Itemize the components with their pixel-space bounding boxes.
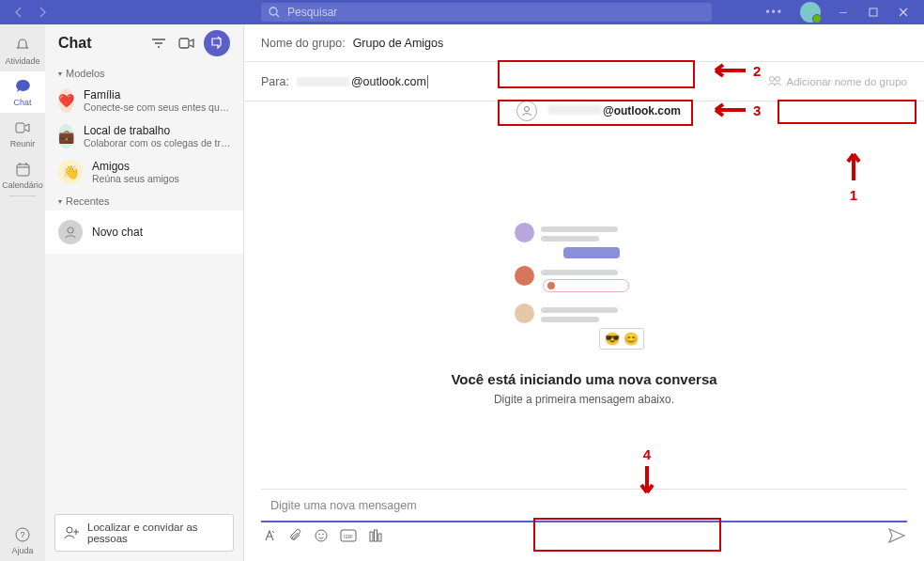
group-icon (768, 76, 781, 86)
search-box[interactable]: Pesquisar (261, 3, 712, 22)
contact-suggestion[interactable]: @outlook.com (516, 101, 681, 121)
rail-activity[interactable]: Atividade (0, 30, 45, 71)
group-name-row[interactable]: Nome do grupo: Grupo de Amigos (244, 24, 924, 62)
window-close-button[interactable] (888, 0, 918, 24)
invite-icon (65, 526, 80, 539)
person-icon (516, 101, 537, 121)
message-input[interactable]: Digite uma nova mensagem (261, 489, 907, 522)
format-icon[interactable] (263, 529, 276, 545)
send-button[interactable] (888, 528, 905, 546)
search-icon (269, 7, 280, 18)
gif-icon[interactable]: GIF (341, 530, 356, 544)
rail-help[interactable]: ? Ajuda (0, 520, 45, 561)
group-name-value: Grupo de Amigos (353, 37, 444, 50)
svg-rect-1 (870, 8, 877, 16)
empty-subtitle: Digite a primeira mensagem abaixo. (494, 393, 674, 406)
svg-point-11 (525, 107, 530, 112)
chat-list-panel: Chat ▾Modelos ❤️ FamíliaConecte-se com s… (45, 24, 244, 561)
nav-back-button[interactable] (6, 3, 30, 22)
rail-meet[interactable]: Reunir (0, 113, 45, 154)
svg-rect-3 (17, 164, 29, 176)
svg-point-9 (769, 77, 774, 82)
empty-state: 😎 😊 Você está iniciando uma nova convers… (244, 101, 924, 489)
section-models[interactable]: ▾Modelos (45, 62, 243, 83)
svg-point-10 (775, 77, 779, 82)
chat-list-item-new[interactable]: Novo chat (45, 210, 243, 254)
window-minimize-button[interactable]: ─ (828, 0, 858, 24)
suggestion-email: @outlook.com (603, 104, 681, 117)
template-family[interactable]: ❤️ FamíliaConecte-se com seus entes quer… (45, 83, 243, 118)
panel-title: Chat (58, 35, 92, 52)
conversation-area: Nome do grupo: Grupo de Amigos Para: @ou… (244, 24, 924, 561)
redacted-text (297, 77, 349, 86)
sticker-icon[interactable] (369, 530, 382, 545)
invite-button[interactable]: Localizar e convidar as pessoas (54, 514, 234, 552)
briefcase-icon: 💼 (58, 124, 74, 148)
attach-icon[interactable] (289, 529, 301, 545)
svg-point-8 (67, 527, 72, 533)
message-composer: Digite uma nova mensagem GIF (244, 489, 924, 561)
profile-avatar[interactable] (800, 2, 821, 23)
add-group-name-button[interactable]: Adicionar nome do grupo (768, 76, 908, 87)
help-icon: ? (13, 525, 32, 544)
window-maximize-button[interactable] (858, 0, 888, 24)
titlebar: Pesquisar ••• ─ (0, 0, 924, 24)
svg-rect-17 (370, 532, 373, 541)
section-recent[interactable]: ▾Recentes (45, 190, 243, 210)
svg-rect-2 (16, 123, 24, 132)
svg-rect-6 (179, 39, 189, 48)
rail-calendar[interactable]: Calendário (0, 154, 45, 195)
nav-forward-button[interactable] (30, 3, 54, 22)
svg-rect-19 (378, 534, 381, 541)
group-name-label: Nome do grupo: (261, 37, 346, 50)
calendar-icon (13, 160, 32, 179)
template-friends[interactable]: 👋 AmigosReúna seus amigos (45, 154, 243, 190)
meet-now-button[interactable] (176, 32, 198, 55)
to-row[interactable]: Para: @outlook.com Adicionar nome do gru… (244, 62, 924, 101)
svg-rect-18 (375, 530, 377, 541)
new-chat-button[interactable] (204, 30, 230, 56)
svg-point-13 (318, 534, 320, 536)
svg-point-12 (316, 530, 327, 541)
template-work[interactable]: 💼 Local de trabalhoColaborar com os cole… (45, 118, 243, 154)
svg-text:GIF: GIF (344, 534, 353, 539)
svg-point-7 (68, 227, 73, 233)
main: Atividade Chat Reunir Calendário ? Ajuda… (0, 24, 924, 561)
person-icon (58, 220, 83, 244)
empty-title: Você está iniciando uma nova conversa (451, 371, 716, 387)
to-label: Para: (261, 75, 289, 88)
composer-toolbar: GIF (261, 522, 907, 552)
video-icon (13, 118, 32, 137)
redacted-text (548, 105, 601, 115)
bell-icon (13, 36, 32, 55)
svg-point-14 (322, 534, 324, 536)
filter-button[interactable] (147, 32, 170, 55)
rail-chat[interactable]: Chat (0, 71, 45, 113)
svg-point-0 (270, 8, 277, 15)
chat-item-label: Novo chat (92, 226, 143, 239)
chat-icon (13, 77, 32, 96)
panel-header: Chat (45, 24, 243, 62)
more-button[interactable]: ••• (756, 6, 793, 19)
emoji-icon[interactable] (315, 529, 328, 545)
heart-icon: ❤️ (58, 88, 74, 113)
message-input-placeholder: Digite uma nova mensagem (270, 499, 417, 512)
svg-text:?: ? (20, 530, 24, 539)
to-value: @outlook.com (351, 75, 426, 88)
search-placeholder: Pesquisar (287, 6, 337, 19)
wave-icon: 👋 (58, 160, 83, 184)
illustration: 😎 😊 (509, 223, 659, 345)
app-rail: Atividade Chat Reunir Calendário ? Ajuda (0, 24, 45, 561)
